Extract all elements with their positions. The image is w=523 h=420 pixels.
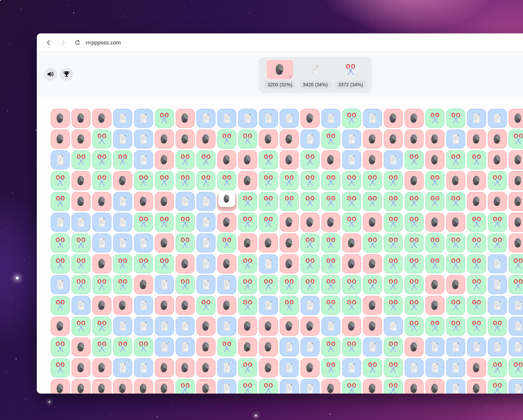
grid-cell-paper[interactable]: [217, 275, 236, 294]
grid-cell-paper[interactable]: [321, 109, 340, 128]
grid-cell-scissors[interactable]: [301, 171, 319, 190]
grid-cell-scissors[interactable]: [259, 275, 278, 294]
grid-cell-paper[interactable]: [425, 337, 444, 357]
grid-cell-rock[interactable]: [446, 171, 465, 190]
grid-cell-rock[interactable]: [155, 296, 174, 315]
grid-cell-paper[interactable]: [134, 109, 153, 128]
grid-cell-scissors[interactable]: [363, 171, 382, 190]
grid-cell-scissors[interactable]: [384, 213, 403, 232]
grid-cell-paper[interactable]: [488, 337, 507, 357]
grid-cell-scissors[interactable]: [196, 150, 215, 169]
grid-cell-scissors[interactable]: [155, 254, 174, 273]
grid-cell-rock[interactable]: [342, 317, 361, 336]
grid-cell-rock[interactable]: [72, 337, 90, 357]
grid-cell-scissors[interactable]: [280, 192, 299, 211]
grid-cell-scissors[interactable]: [446, 254, 465, 273]
grid-cell-paper[interactable]: [51, 150, 70, 169]
grid-cell-rock[interactable]: [217, 296, 236, 315]
grid-cell-paper[interactable]: [238, 109, 257, 128]
grid-cell-paper[interactable]: [217, 358, 236, 377]
grid-cell-rock[interactable]: [467, 358, 486, 377]
grid-cell-scissors[interactable]: [92, 317, 111, 336]
grid-cell-rock[interactable]: [113, 379, 132, 394]
grid-cell-paper[interactable]: [488, 109, 507, 128]
grid-cell-rock[interactable]: [51, 109, 70, 128]
grid-cell-paper[interactable]: [155, 275, 174, 294]
grid-cell-scissors[interactable]: [425, 109, 444, 128]
grid-cell-rock[interactable]: [280, 130, 299, 149]
grid-cell-rock[interactable]: [342, 254, 361, 273]
grid-cell-rock[interactable]: [196, 317, 215, 336]
grid-cell-rock[interactable]: [467, 171, 486, 190]
grid-cell-paper[interactable]: [259, 254, 278, 273]
grid-cell-rock[interactable]: [405, 337, 424, 357]
grid-cell-rock[interactable]: [238, 337, 257, 357]
grid-cell-scissors[interactable]: [405, 317, 424, 336]
grid-cell-paper[interactable]: [196, 233, 215, 253]
grid-cell-rock[interactable]: [155, 130, 174, 149]
grid-cell-scissors[interactable]: [238, 275, 257, 294]
grid-cell-scissors[interactable]: [92, 171, 111, 190]
grid-cell-scissors[interactable]: [467, 275, 486, 294]
grid-cell-scissors[interactable]: [113, 337, 132, 357]
grid-cell-scissors[interactable]: [51, 358, 70, 377]
grid-cell-paper[interactable]: [509, 337, 523, 357]
grid-cell-rock[interactable]: [467, 130, 486, 149]
grid-cell-rock[interactable]: [155, 358, 174, 377]
grid-cell-scissors[interactable]: [196, 296, 215, 315]
grid-cell-scissors[interactable]: [92, 130, 111, 149]
grid-cell-paper[interactable]: [113, 192, 132, 211]
grid-cell-paper[interactable]: [92, 233, 111, 253]
grid-cell-rock[interactable]: [92, 109, 111, 128]
grid-cell-scissors[interactable]: [196, 171, 215, 190]
score-option-scissors[interactable]: 3372 (34%): [333, 60, 368, 89]
grid-cell-scissors[interactable]: [321, 296, 340, 315]
grid-cell-scissors[interactable]: [342, 337, 361, 357]
grid-cell-rock[interactable]: [113, 296, 132, 315]
grid-cell-scissors[interactable]: [384, 192, 403, 211]
grid-cell-paper[interactable]: [280, 109, 299, 128]
grid-cell-scissors[interactable]: [301, 275, 319, 294]
grid-cell-scissors[interactable]: [488, 233, 507, 253]
grid-cell-rock[interactable]: [363, 296, 382, 315]
grid-cell-rock[interactable]: [176, 109, 195, 128]
grid-cell-scissors[interactable]: [134, 171, 153, 190]
grid-cell-scissors[interactable]: [176, 213, 195, 232]
grid-cell-rock[interactable]: [196, 130, 215, 149]
grid-cell-scissors[interactable]: [467, 233, 486, 253]
grid-cell-scissors[interactable]: [384, 337, 403, 357]
grid-cell-rock[interactable]: [446, 213, 465, 232]
grid-cell-scissors[interactable]: [509, 130, 523, 149]
grid-cell-scissors[interactable]: [176, 275, 195, 294]
grid-cell-scissors[interactable]: [321, 254, 340, 273]
grid-cell-rock[interactable]: [134, 379, 153, 394]
grid-cell-scissors[interactable]: [467, 254, 486, 273]
grid-cell-scissors[interactable]: [488, 379, 507, 394]
grid-cell-scissors[interactable]: [425, 233, 444, 253]
grid-cell-rock[interactable]: [134, 275, 153, 294]
grid-cell-scissors[interactable]: [446, 296, 465, 315]
grid-cell-rock[interactable]: [155, 379, 174, 394]
grid-cell-scissors[interactable]: [238, 192, 257, 211]
grid-cell-scissors[interactable]: [113, 275, 132, 294]
grid-cell-rock[interactable]: [72, 379, 90, 394]
grid-cell-scissors[interactable]: [446, 233, 465, 253]
grid-cell-scissors[interactable]: [446, 109, 465, 128]
grid-cell-scissors[interactable]: [51, 296, 70, 315]
grid-cell-scissors[interactable]: [425, 171, 444, 190]
grid-cell-rock[interactable]: [217, 192, 236, 211]
grid-cell-scissors[interactable]: [405, 233, 424, 253]
grid-cell-scissors[interactable]: [467, 317, 486, 336]
grid-cell-scissors[interactable]: [425, 192, 444, 211]
grid-cell-scissors[interactable]: [280, 171, 299, 190]
grid-cell-rock[interactable]: [467, 192, 486, 211]
grid-cell-scissors[interactable]: [113, 150, 132, 169]
grid-cell-paper[interactable]: [51, 275, 70, 294]
grid-cell-scissors[interactable]: [301, 150, 319, 169]
grid-cell-scissors[interactable]: [321, 337, 340, 357]
grid-cell-scissors[interactable]: [446, 317, 465, 336]
grid-cell-rock[interactable]: [301, 109, 319, 128]
grid-cell-paper[interactable]: [446, 130, 465, 149]
grid-cell-scissors[interactable]: [155, 213, 174, 232]
grid-cell-paper[interactable]: [196, 213, 215, 232]
